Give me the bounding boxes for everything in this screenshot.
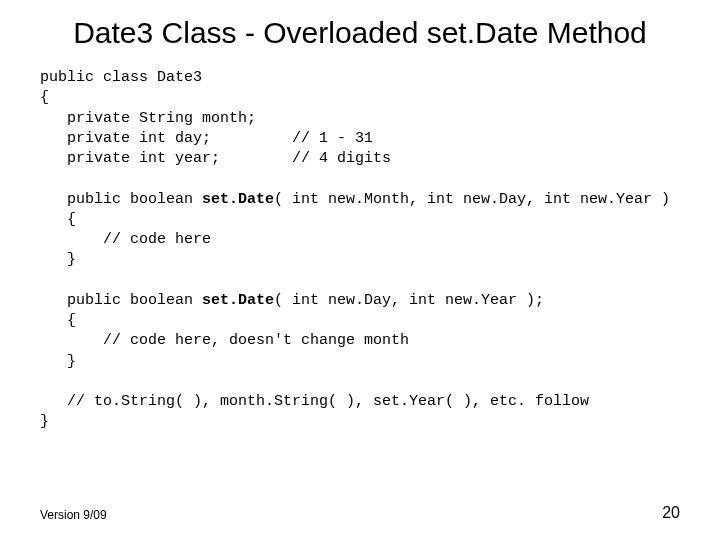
code-block: public class Date3 { private String mont… xyxy=(40,68,680,433)
code-bold: set.Date xyxy=(202,292,274,309)
code-line: } xyxy=(40,413,49,430)
code-line: ( int new.Day, int new.Year ); xyxy=(274,292,544,309)
code-line: // code here xyxy=(40,231,211,248)
code-line: public boolean xyxy=(40,191,202,208)
page-number: 20 xyxy=(662,504,680,522)
code-line: // to.String( ), month.String( ), set.Ye… xyxy=(40,393,589,410)
code-line: private int year; // 4 digits xyxy=(40,150,391,167)
code-line: ( int new.Month, int new.Day, int new.Ye… xyxy=(274,191,670,208)
code-line: { xyxy=(40,89,49,106)
code-line: // code here, doesn't change month xyxy=(40,332,409,349)
slide: Date3 Class - Overloaded set.Date Method… xyxy=(0,0,720,540)
code-bold: set.Date xyxy=(202,191,274,208)
code-line: private String month; xyxy=(40,110,256,127)
code-line: private int day; // 1 - 31 xyxy=(40,130,373,147)
slide-title: Date3 Class - Overloaded set.Date Method xyxy=(40,16,680,50)
code-line: { xyxy=(40,312,76,329)
code-line: public boolean xyxy=(40,292,202,309)
code-line: } xyxy=(40,251,76,268)
code-line: { xyxy=(40,211,76,228)
code-line: public class Date3 xyxy=(40,69,202,86)
footer-version: Version 9/09 xyxy=(40,508,107,522)
code-line: } xyxy=(40,353,76,370)
